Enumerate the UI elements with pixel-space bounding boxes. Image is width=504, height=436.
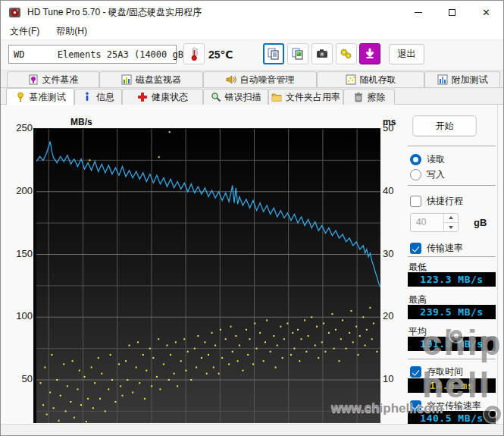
short-stroke-spinner[interactable]: 40: [410, 213, 459, 232]
magnifier-icon: [211, 92, 221, 102]
extra-tests-icon: [437, 74, 448, 85]
tab-aam[interactable]: 自动噪音管理: [203, 71, 317, 87]
temperature-button[interactable]: [183, 43, 205, 64]
options-button[interactable]: [336, 43, 357, 64]
tab-row-primary: 基准测试 信息 健康状态 错误扫描 文件夹占用率 擦除: [1, 88, 503, 105]
copy-image-icon: [291, 47, 305, 61]
menu-help[interactable]: 帮助(H): [49, 24, 95, 39]
short-stroke-label: 快捷行程: [427, 195, 463, 208]
minimize-button[interactable]: [401, 1, 435, 24]
avg-value-display: 191.8 MB/s: [408, 337, 496, 351]
tab-file-benchmark[interactable]: 文件基准: [7, 71, 99, 87]
copy-text-button[interactable]: [263, 43, 284, 64]
trash-icon: [353, 92, 364, 102]
speaker-icon: [226, 74, 236, 85]
write-option[interactable]: 写入: [410, 168, 445, 181]
camera-icon: [315, 47, 329, 61]
copy-text-icon: [267, 47, 280, 61]
write-radio[interactable]: [410, 169, 421, 180]
hdtune-window: HD Tune Pro 5.70 - 硬盘/固态硬盘实用程序 ✕ 文件(F) 帮…: [0, 0, 504, 436]
tab-info[interactable]: 信息: [74, 89, 122, 105]
tab-label: 擦除: [368, 91, 386, 104]
separator: [408, 146, 496, 146]
access-time-checkbox[interactable]: [410, 366, 421, 378]
left-axis-unit: MB/s: [70, 117, 92, 127]
tab-label: 磁盘监视器: [136, 74, 181, 86]
min-value-display: 123.3 MB/s: [408, 272, 496, 287]
tab-extra-tests[interactable]: 附加测试: [424, 71, 500, 87]
tab-label: 基准测试: [30, 91, 66, 104]
transfer-label: 传输速率: [427, 242, 463, 255]
separator: [408, 359, 496, 359]
drive-select-value: WD Elements 25A3 (14000 gB): [9, 49, 189, 60]
start-button[interactable]: 开始: [412, 115, 477, 136]
short-stroke-option[interactable]: 快捷行程: [410, 195, 463, 208]
exit-button[interactable]: 退出: [389, 44, 424, 64]
copy-image-button[interactable]: [287, 43, 308, 64]
health-cross-icon: [137, 92, 148, 102]
read-radio-label: 读取: [427, 153, 445, 166]
tab-disk-monitor[interactable]: 磁盘监视器: [99, 71, 203, 87]
tab-random-access[interactable]: 随机存取: [317, 71, 424, 87]
access-time-display: 14.6 ms: [408, 378, 496, 393]
tab-label: 错误扫描: [225, 91, 261, 104]
tab-erase[interactable]: 擦除: [343, 89, 395, 105]
axis-tick: 50: [5, 373, 33, 384]
spinner-arrows: [443, 214, 458, 231]
axis-tick: 250: [5, 122, 33, 133]
maximize-button[interactable]: [435, 1, 469, 24]
axis-tick: 150: [5, 248, 33, 259]
drive-select[interactable]: WD Elements 25A3 (14000 gB): [8, 45, 177, 64]
axis-tick: 100: [5, 310, 33, 322]
axis-tick: 200: [5, 185, 33, 196]
axis-tick: 20: [383, 310, 393, 322]
tab-error-scan[interactable]: 错误扫描: [203, 89, 268, 105]
close-button[interactable]: ✕: [469, 1, 503, 24]
file-benchmark-icon: [28, 74, 39, 85]
exclamation-icon: [15, 92, 26, 102]
download-arrow-icon: [364, 48, 376, 60]
separator: [408, 185, 496, 186]
read-radio[interactable]: [410, 154, 421, 165]
folder-icon: [271, 92, 282, 102]
tab-label: 信息: [96, 91, 114, 104]
short-stroke-value: 40: [411, 214, 443, 231]
tab-label: 随机存取: [360, 74, 396, 86]
transfer-option[interactable]: 传输速率: [410, 242, 463, 255]
disk-monitor-icon: [121, 74, 132, 85]
info-icon: [82, 92, 92, 102]
gears-icon: [340, 47, 353, 61]
tab-label: 健康状态: [152, 91, 188, 104]
temperature-value: 25℃: [208, 49, 233, 61]
short-stroke-checkbox[interactable]: [410, 196, 421, 207]
title-bar: HD Tune Pro 5.70 - 硬盘/固态硬盘实用程序 ✕: [1, 1, 503, 24]
axis-tick: 50: [383, 122, 393, 133]
screenshot-button[interactable]: [311, 43, 333, 64]
burst-rate-checkbox[interactable]: [410, 400, 421, 412]
thermometer-icon: [188, 46, 200, 61]
read-option[interactable]: 读取: [410, 153, 445, 166]
benchmark-chart: [33, 128, 380, 423]
tab-label: 文件基准: [42, 74, 79, 86]
tab-row-secondary: 文件基准 磁盘监视器 自动噪音管理 随机存取 附加测试: [1, 71, 503, 88]
tab-folder-usage[interactable]: 文件夹占用率: [268, 89, 343, 105]
minimize-icon: [415, 12, 422, 13]
update-button[interactable]: [359, 43, 380, 64]
close-icon: ✕: [482, 8, 490, 17]
axis-tick: 10: [383, 373, 393, 384]
tab-health[interactable]: 健康状态: [122, 89, 203, 105]
access-time-option[interactable]: 存取时间: [410, 365, 463, 378]
menu-file[interactable]: 文件(F): [2, 24, 47, 39]
tab-benchmark[interactable]: 基准测试: [6, 88, 74, 105]
max-value-display: 239.5 MB/s: [408, 305, 496, 319]
axis-tick: 30: [383, 248, 393, 259]
spinner-up-icon[interactable]: [444, 214, 458, 222]
window-title: HD Tune Pro 5.70 - 硬盘/固态硬盘实用程序: [27, 6, 202, 19]
status-bar: [1, 424, 503, 436]
spinner-down-icon[interactable]: [444, 222, 458, 231]
random-access-icon: [346, 74, 356, 85]
transfer-checkbox[interactable]: [410, 243, 421, 254]
tab-label: 附加测试: [452, 74, 488, 86]
panel-divider: [497, 105, 498, 424]
menu-bar: 文件(F) 帮助(H): [1, 24, 503, 40]
